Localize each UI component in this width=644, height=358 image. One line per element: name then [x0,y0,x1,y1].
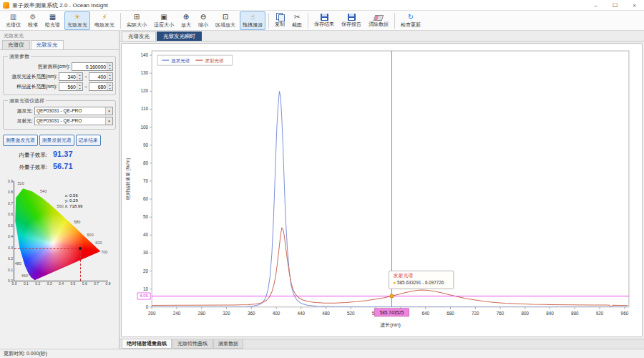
toolbar-electroluminescence-button[interactable]: ⚡电致发光 [92,11,117,30]
cursor-x-value: 585.743525 [380,310,404,315]
sample-max-spinbox: ▴▾ [89,82,113,91]
toolbar-zoom-in-button[interactable]: ⊕放大 [178,11,194,30]
toolbar-photoluminescence-button[interactable]: ☀光致发光 [64,11,90,30]
fit-size-icon: ▣ [160,12,167,21]
toolbar-calibrate-label: 校准 [28,21,38,29]
x-tick-label: 880 [571,311,579,316]
emission-spectrometer-select[interactable]: QEP03031 - QE-PRO ▾ [34,117,113,125]
x-tick-label: 960 [621,311,629,316]
toolbar-spectrometer-button[interactable]: ▥光谱仪 [3,11,24,30]
left-tab-photoluminescence[interactable]: 光致发光 [31,40,64,49]
excitation-max-input[interactable] [89,73,107,80]
dropdown-arrow-icon[interactable]: ▾ [105,117,112,125]
x-axis-title: 波长(nm) [380,322,400,328]
eqe-value: 56.71 [53,162,73,170]
x-tick-label: 680 [447,311,454,316]
irradiated-area-spinbox: ▴▾ [72,62,113,71]
excitation-min-spinner[interactable]: ▴▾ [77,73,82,80]
toolbar-screenshot-label: 截图 [292,21,302,29]
toolbar-spectrometer-label: 光谱仪 [6,21,21,29]
cie-y-tick-label: 0.7 [4,201,13,205]
toolbar-dark-spectrum-label: 暗光谱 [45,21,60,29]
spin-down-icon[interactable]: ▾ [107,87,112,90]
bottom-tab-pl-characteristic-curve[interactable]: 光致特性曲线 [172,339,213,349]
toolbar-dark-spectrum-button[interactable]: ▦暗光谱 [42,11,63,30]
irradiated-area-input[interactable] [72,63,107,70]
actual-size-icon: ⊞ [134,12,140,21]
dark-spectrum-icon: ▦ [49,12,56,21]
sample-min-input[interactable] [59,83,77,90]
cie-lambda-value: λ: 718.99 [65,204,83,210]
cie-y-tick-label: 0.8 [4,190,13,194]
minimize-button[interactable]: – [586,0,605,10]
iqe-value: 91.37 [53,150,73,158]
y-tick-label: 30 [143,250,149,255]
record-result-button[interactable]: 记录结果 [76,135,101,146]
spin-down-icon[interactable]: ▾ [107,77,112,80]
cursor-point-marker[interactable] [390,294,394,298]
cie-y-tick-label: 0.9 [4,179,13,183]
update-time: 更新时间: 0.000(秒) [4,350,47,357]
sample-min-spinner[interactable]: ▴▾ [77,83,82,90]
spin-down-icon[interactable]: ▾ [77,77,82,80]
toolbar-check-update-button[interactable]: ↻检查更新 [398,11,424,30]
x-tick-label: 800 [522,311,530,316]
excitation-min-input[interactable] [59,73,77,80]
maximize-button[interactable]: ☐ [605,0,625,10]
cie-wavelength-label: 520 [18,181,24,185]
toolbar-screenshot-button[interactable]: ✂截图 [289,11,305,30]
toolbar-actual-size-button[interactable]: ⊞实际大小 [124,11,150,30]
measurement-params-group: 测量参数 照射面积(cm²): ▴▾ 激发光波长范围(nm): ▴▾ ~ [3,56,116,95]
sample-max-spinner[interactable]: ▴▾ [107,83,112,90]
sample-max-input[interactable] [89,83,107,90]
left-tab-spectrometer[interactable]: 光谱仪 [2,40,30,49]
toolbar-copy-button[interactable]: 复制 [272,11,288,30]
cie-crosshair-horizontal [14,248,80,249]
toolbar-clear-data-button[interactable]: 清除数据 [366,11,391,30]
y-tick-label: 40 [143,232,149,237]
close-button[interactable]: × [625,0,644,10]
toolbar-zoom-out-button[interactable]: ⊖缩小 [195,11,211,30]
measure-emission-button[interactable]: 测量发射光谱 [39,135,74,146]
bottom-tab-absolute-radiant-flux-curve[interactable]: 绝对辐射通量曲线 [122,339,172,349]
toolbar-fit-size-button[interactable]: ▣适应大小 [151,11,177,30]
cie-wavelength-label: 580 [74,220,80,224]
toolbar-clear-data-label: 清除数据 [369,21,389,28]
excitation-spectrometer-label: 激发光: [6,107,33,115]
irradiated-area-spinner[interactable]: ▴▾ [107,63,112,70]
app-icon [3,2,9,9]
zoom-area-icon: ⊡ [223,12,228,21]
spectrum-chart-svg[interactable]: 2002402803203604004404805205606406807207… [122,44,642,337]
range-separator: ~ [84,74,87,79]
main-tab-spectrum-emission[interactable]: 光谱发光 [122,32,156,41]
left-panel: 光致发光 光谱仪光致发光 测量参数 照射面积(cm²): ▴▾ 激发光波长范围(… [0,31,119,349]
y-tick-label: 140 [141,52,149,57]
toolbar-calibrate-button[interactable]: ⚙校准 [25,11,41,30]
toolbar-save-report-button[interactable]: 保存报告 [338,11,364,30]
toolbar-photoluminescence-label: 光致发光 [67,21,87,29]
main-tab-pl-transient[interactable]: 光致发光瞬时 [157,32,202,41]
toolbar-actual-size-label: 实际大小 [127,21,147,29]
y-tick-label: 70 [143,178,149,183]
cie-wavelength-label: 480 [15,261,21,266]
toolbar-fit-size-label: 适应大小 [154,21,174,29]
clear-data-icon [374,15,384,21]
spin-down-icon[interactable]: ▾ [107,67,112,70]
toolbar-zoom-area-button[interactable]: ⊡区域放大 [213,11,238,30]
measure-excitation-button[interactable]: 测量激发光谱 [3,135,38,146]
excitation-max-spinner[interactable]: ▴▾ [107,73,112,80]
dropdown-arrow-icon[interactable]: ▾ [105,107,112,115]
cie-diagram: x: 0.56 y: 0.29 λ: 718.99 0.00.10.20.30.… [3,177,114,297]
main-panel: 光谱发光光致发光瞬时 20024028032036040044048052056… [119,31,644,349]
toolbar-zoom-area-label: 区域放大 [215,21,235,29]
toolbar-save-results-button[interactable]: 保存结果 [311,11,337,30]
bottom-tab-measurement-data[interactable]: 测量数据 [213,339,243,349]
toolbar-pan-button[interactable]: ☝拖拽漫游 [240,11,265,30]
cie-wavelength-label: 700 [101,250,107,254]
cie-x-tick-label: 0.5 [70,281,75,286]
y-axis-title: 绝对辐射通量 (W/m) [125,158,131,200]
excitation-spectrometer-select[interactable]: QEP03031 - QE-PRO ▾ [34,107,113,115]
left-panel-body: 测量参数 照射面积(cm²): ▴▾ 激发光波长范围(nm): ▴▾ ~ [0,50,119,349]
spectrum-chart[interactable]: 2002402803203604004404805205606406807207… [121,43,643,337]
spin-down-icon[interactable]: ▾ [77,87,82,90]
